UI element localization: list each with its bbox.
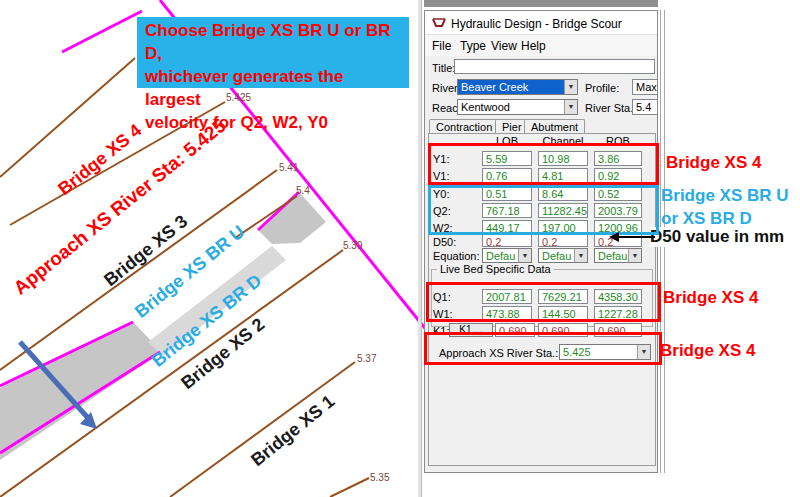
schematic-dialog-divider <box>418 0 422 497</box>
menu-view[interactable]: View <box>491 39 517 53</box>
station-label: 5.35 <box>370 472 389 483</box>
station-label: 5.41 <box>279 162 298 173</box>
station-label: 5.37 <box>357 353 376 364</box>
annotation-bridge-xs4-mid: Bridge XS 4 <box>663 288 758 308</box>
river-combobox[interactable]: Beaver Creek ▼ <box>457 79 578 95</box>
dialog-title: Hydraulic Design - Bridge Scour <box>451 17 622 31</box>
live-bed-group-label: Live Bed Specific Data <box>437 263 554 275</box>
magenta-boundary-line <box>62 11 142 52</box>
station-label: 5.425 <box>226 92 251 103</box>
tab-contraction[interactable]: Contraction <box>429 119 499 134</box>
menu-help[interactable]: Help <box>521 39 546 53</box>
annotation-bridge-xs4-bottom: Bridge XS 4 <box>660 341 755 361</box>
d50-lob-field[interactable]: 0.2 <box>482 234 532 247</box>
equation-channel-dropdown[interactable]: Defau ▼ <box>538 248 588 263</box>
highlight-rect-y0q2w2 <box>428 185 659 235</box>
d50-arrow <box>618 236 655 238</box>
highlight-rect-approach <box>424 332 662 365</box>
station-label: 5.39 <box>343 240 362 251</box>
d50-arrow-head <box>609 232 619 242</box>
row-label-d50: D50: <box>433 236 456 248</box>
menu-file[interactable]: File <box>432 39 451 53</box>
d50-channel-field[interactable]: 0.2 <box>538 234 588 247</box>
river-sta-label: River Sta.: <box>585 102 636 114</box>
row-label-equation: Equation: <box>433 250 479 262</box>
xs-line-535 <box>330 478 369 497</box>
annotation-bridge-xs4-top: Bridge XS 4 <box>666 153 761 173</box>
profile-field[interactable]: Max W <box>632 79 658 95</box>
equation-value: Defau <box>595 249 628 262</box>
annotation-br-u-br-d: Bridge XS BR U or XS BR D <box>661 184 789 230</box>
reach-value: Kentwood <box>458 100 564 114</box>
chevron-down-icon[interactable]: ▼ <box>628 249 641 262</box>
station-label: 5.4 <box>296 185 310 196</box>
equation-value: Defau <box>483 249 518 262</box>
dialog-titlebar[interactable]: Hydraulic Design - Bridge Scour <box>425 11 657 35</box>
chevron-down-icon[interactable]: ▼ <box>564 100 577 114</box>
equation-rob-dropdown[interactable]: Defau ▼ <box>594 248 642 263</box>
reach-combobox[interactable]: Kentwood ▼ <box>457 99 578 115</box>
menu-type[interactable]: Type <box>460 39 486 53</box>
annotation-d50-note: D50 value in mm <box>650 227 784 247</box>
callout-note: Choose Bridge XS BR U or BR D, whichever… <box>137 17 409 88</box>
hydraulic-design-dialog: Hydraulic Design - Bridge Scour File Typ… <box>424 10 658 473</box>
tab-abutment[interactable]: Abutment <box>524 119 585 134</box>
river-sta-field[interactable]: 5.4 <box>632 99 658 115</box>
title-field-label: Title: <box>432 62 455 74</box>
river-value: Beaver Creek <box>458 80 564 94</box>
menu-bar: File Type View Help <box>425 35 657 56</box>
chevron-down-icon[interactable]: ▼ <box>518 249 531 262</box>
screenshot-root: Bridge XS 4 Approach XS River Sta: 5.425… <box>0 0 800 497</box>
hec-ras-icon <box>432 16 446 30</box>
highlight-rect-y1v1 <box>428 143 659 185</box>
highlight-rect-q1w1 <box>426 282 661 322</box>
profile-label: Profile: <box>585 82 619 94</box>
equation-lob-dropdown[interactable]: Defau ▼ <box>482 248 532 263</box>
chevron-down-icon[interactable]: ▼ <box>564 80 577 94</box>
background-window-strip <box>424 0 658 7</box>
title-field[interactable] <box>454 59 655 74</box>
equation-value: Defau <box>539 249 574 262</box>
chevron-down-icon[interactable]: ▼ <box>574 249 587 262</box>
